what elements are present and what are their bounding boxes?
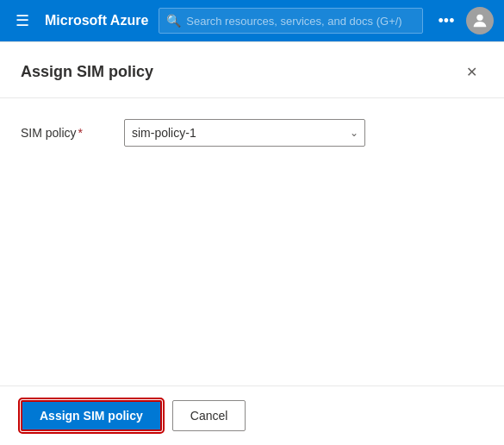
sim-policy-form-row: SIM policy* sim-policy-1 sim-policy-2 si… [21, 119, 483, 147]
azure-brand: Microsoft Azure [45, 13, 148, 28]
dialog-title: Assign SIM policy [21, 63, 153, 81]
search-input[interactable] [186, 15, 415, 28]
sim-policy-select[interactable]: sim-policy-1 sim-policy-2 sim-policy-3 [124, 119, 365, 147]
required-marker: * [78, 126, 83, 140]
topbar: ☰ Microsoft Azure 🔍 ••• [0, 0, 504, 41]
dialog-close-button[interactable]: ✕ [459, 60, 483, 84]
dialog-body: SIM policy* sim-policy-1 sim-policy-2 si… [0, 98, 504, 385]
sim-policy-select-wrapper: sim-policy-1 sim-policy-2 sim-policy-3 ⌄ [124, 119, 365, 147]
cancel-button[interactable]: Cancel [172, 400, 246, 431]
sim-policy-control-wrapper: sim-policy-1 sim-policy-2 sim-policy-3 ⌄ [124, 119, 483, 147]
assign-sim-policy-button[interactable]: Assign SIM policy [21, 400, 162, 431]
user-avatar[interactable] [466, 7, 494, 34]
dialog-footer: Assign SIM policy Cancel [0, 385, 504, 445]
avatar-icon [470, 11, 489, 30]
svg-point-0 [476, 15, 482, 21]
topbar-icons: ••• [433, 7, 494, 34]
search-bar[interactable]: 🔍 [159, 8, 423, 34]
more-options-button[interactable]: ••• [433, 8, 459, 34]
hamburger-menu-button[interactable]: ☰ [10, 11, 34, 30]
hamburger-icon: ☰ [16, 11, 29, 30]
assign-sim-policy-dialog: Assign SIM policy ✕ SIM policy* sim-poli… [0, 41, 504, 445]
more-icon: ••• [439, 12, 455, 30]
dialog-header: Assign SIM policy ✕ [0, 42, 504, 98]
search-icon: 🔍 [166, 14, 181, 28]
sim-policy-label: SIM policy* [21, 126, 124, 140]
close-icon: ✕ [466, 64, 477, 80]
